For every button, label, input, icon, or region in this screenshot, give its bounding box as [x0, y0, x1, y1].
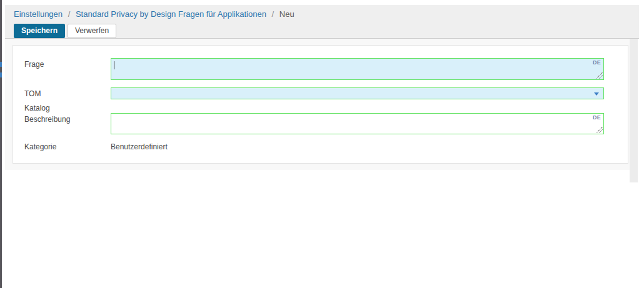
left-edge-marker-2 — [0, 72, 2, 77]
toolbar-buttons: Speichern Verwerfen — [14, 24, 639, 38]
content-area: Frage DE TOM Katalog — [5, 39, 630, 170]
kategorie-value: Benutzerdefiniert — [111, 141, 168, 151]
field-beschreibung: DE — [111, 113, 604, 134]
form-row-frage: Frage DE — [13, 58, 628, 80]
field-label-katalog: Katalog — [24, 102, 111, 112]
field-label-tom: TOM — [24, 87, 111, 99]
app-window: Einstellungen / Standard Privacy by Desi… — [0, 0, 644, 288]
form-row-katalog: Katalog — [13, 102, 628, 112]
discard-button[interactable]: Verwerfen — [68, 24, 116, 38]
field-tom — [111, 87, 604, 99]
language-badge-de[interactable]: DE — [593, 59, 601, 66]
left-edge-marker-1 — [0, 62, 2, 67]
control-panel: Einstellungen / Standard Privacy by Desi… — [5, 5, 639, 39]
breadcrumb: Einstellungen / Standard Privacy by Desi… — [14, 8, 639, 21]
tom-dropdown[interactable] — [111, 87, 604, 99]
resize-handle-icon[interactable] — [596, 127, 603, 133]
breadcrumb-link-standard-privacy-fragen[interactable]: Standard Privacy by Design Fragen für Ap… — [76, 9, 266, 19]
form-sheet: Frage DE TOM Katalog — [13, 45, 628, 164]
breadcrumb-current: Neu — [279, 9, 294, 19]
field-katalog-empty[interactable] — [111, 102, 604, 112]
vertical-scrollbar[interactable] — [630, 39, 638, 182]
breadcrumb-link-einstellungen[interactable]: Einstellungen — [14, 9, 63, 19]
form-row-kategorie: Kategorie Benutzerdefiniert — [13, 141, 628, 152]
form-row-tom: TOM — [13, 87, 628, 99]
field-label-frage: Frage — [24, 58, 111, 80]
breadcrumb-separator: / — [68, 9, 71, 19]
field-kategorie: Benutzerdefiniert — [111, 141, 604, 152]
left-edge-strip — [0, 0, 2, 288]
resize-handle-icon[interactable] — [596, 72, 603, 79]
field-label-kategorie: Kategorie — [24, 141, 111, 152]
breadcrumb-separator: / — [272, 9, 274, 19]
form-row-beschreibung: Beschreibung DE — [13, 113, 628, 134]
frage-textarea[interactable]: DE — [111, 58, 604, 80]
language-badge-de[interactable]: DE — [593, 114, 601, 121]
beschreibung-textarea[interactable]: DE — [111, 113, 604, 134]
field-label-beschreibung: Beschreibung — [24, 113, 111, 134]
text-cursor — [114, 61, 114, 69]
caret-down-icon — [594, 92, 599, 96]
save-button[interactable]: Speichern — [14, 24, 65, 38]
field-frage: DE — [111, 58, 604, 80]
